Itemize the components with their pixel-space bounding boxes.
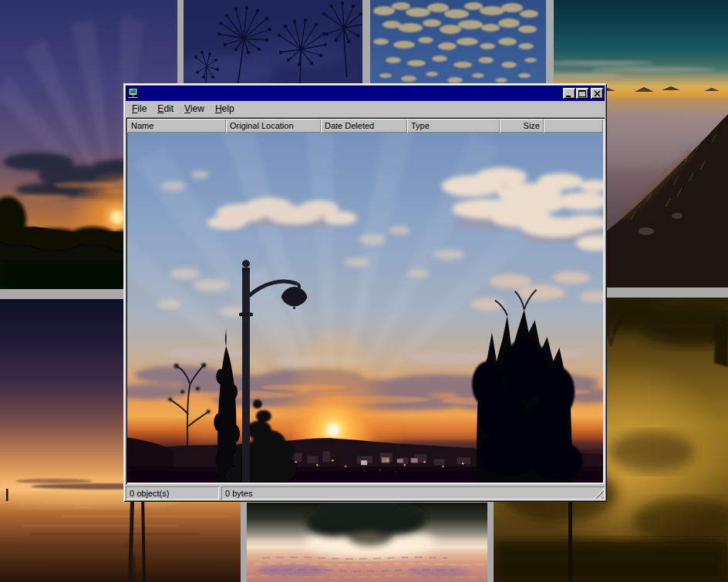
column-header-blank — [544, 119, 603, 133]
column-header-size[interactable]: Size — [500, 119, 544, 133]
column-header-row: Name Original Location Date Deleted Type… — [127, 119, 603, 133]
column-header-original-location[interactable]: Original Location — [226, 119, 321, 133]
close-button[interactable] — [591, 88, 603, 99]
file-list-view: Name Original Location Date Deleted Type… — [126, 117, 605, 484]
status-object-count: 0 object(s) — [126, 486, 219, 500]
window-titlebar[interactable] — [126, 86, 605, 101]
recycle-bin-window: File Edit View Help Name Original Locati… — [123, 83, 607, 502]
window-controls — [563, 88, 603, 99]
maximize-icon — [578, 90, 586, 97]
list-viewport-street-lamp-sunset-photo[interactable] — [127, 133, 603, 483]
computer-icon — [127, 88, 140, 99]
column-header-date-deleted[interactable]: Date Deleted — [321, 119, 407, 133]
menu-file[interactable]: File — [126, 102, 152, 116]
menu-help[interactable]: Help — [210, 102, 240, 116]
minimize-icon — [565, 90, 573, 97]
desktop: { "desktop": { "wallpaper_photos": [ {"n… — [0, 0, 728, 582]
menu-view[interactable]: View — [179, 102, 210, 116]
close-icon — [594, 90, 601, 97]
column-header-type[interactable]: Type — [407, 119, 500, 133]
column-header-name[interactable]: Name — [127, 119, 226, 133]
menu-edit[interactable]: Edit — [152, 102, 179, 116]
wallpaper-photo-water-reflection — [247, 503, 487, 582]
maximize-button[interactable] — [576, 88, 588, 99]
menu-bar: File Edit View Help — [126, 101, 605, 117]
status-total-size: 0 bytes — [221, 486, 605, 500]
minimize-button[interactable] — [563, 88, 575, 99]
status-bar: 0 object(s) 0 bytes — [126, 486, 605, 500]
